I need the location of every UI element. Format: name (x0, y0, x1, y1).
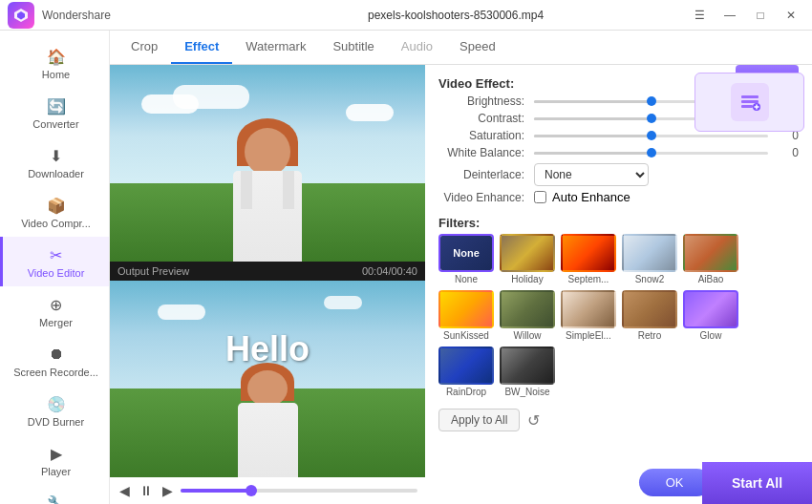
sidebar-item-player[interactable]: ▶ Player (0, 435, 109, 485)
sidebar-item-home[interactable]: 🏠 Home (0, 38, 109, 88)
video-top (110, 65, 425, 262)
saturation-slider[interactable] (534, 135, 768, 137)
filter-sunkissed[interactable]: SunKissed (438, 290, 494, 341)
filter-none-thumb: None (438, 234, 494, 272)
filter-september-label: Septem... (568, 274, 609, 284)
recorder-icon: ⏺ (46, 344, 67, 365)
video-divider: Output Preview 00:04/00:40 (110, 262, 425, 281)
filter-raindrop-thumb (438, 346, 494, 385)
filter-retro[interactable]: Retro (622, 290, 677, 341)
window-controls: ☰ — □ ✕ (686, 6, 804, 25)
sidebar-item-label: Merger (39, 317, 73, 328)
sidebar-item-label: DVD Burner (28, 416, 84, 428)
video-top-frame (110, 65, 425, 262)
white-balance-slider[interactable] (534, 152, 768, 155)
sidebar: 🏠 Home 🔄 Converter ⬇ Downloader 📦 Video … (0, 31, 110, 504)
filters-section: Filters: None None Holiday (438, 216, 799, 397)
maximize-btn[interactable]: □ (747, 6, 774, 25)
apply-all-button[interactable]: Apply to All (438, 409, 520, 431)
filter-snow2-label: Snow2 (635, 274, 665, 284)
sidebar-item-downloader[interactable]: ⬇ Downloader (0, 137, 109, 187)
tab-crop[interactable]: Crop (118, 31, 171, 64)
white-balance-value: 0 (776, 146, 799, 159)
play-pause-btn[interactable]: ⏸ (138, 481, 155, 500)
filter-holiday-label: Holiday (511, 274, 543, 284)
tab-speed[interactable]: Speed (446, 31, 509, 64)
sidebar-item-label: Video Editor (28, 267, 85, 279)
video-panel: Output Preview 00:04/00:40 (110, 65, 425, 504)
sidebar-item-label: Home (42, 69, 70, 80)
auto-enhance-checkbox[interactable] (534, 191, 546, 203)
prev-btn[interactable]: ◀ (118, 481, 132, 500)
menu-btn[interactable]: ☰ (686, 6, 713, 25)
timestamp: 00:04/00:40 (362, 265, 417, 277)
tab-watermark[interactable]: Watermark (232, 31, 319, 64)
deinterlace-row: Deinterlace: None Blend Bob Discard Line… (438, 163, 799, 186)
output-preview-label: Output Preview (118, 265, 189, 277)
filter-bw-noise-thumb (500, 346, 555, 385)
tab-effect[interactable]: Effect (171, 31, 232, 64)
close-btn[interactable]: ✕ (778, 6, 804, 25)
deinterlace-label: Deinterlace: (438, 168, 534, 181)
tab-subtitle[interactable]: Subtitle (319, 31, 387, 64)
sidebar-item-video-compressor[interactable]: 📦 Video Compr... (0, 187, 109, 237)
filter-bw-noise[interactable]: BW_Noise (500, 346, 555, 397)
progress-fill (181, 489, 251, 493)
sidebar-item-label: Player (41, 466, 71, 477)
filter-glow[interactable]: Glow (683, 290, 738, 341)
enhance-label: Video Enhance: (438, 191, 534, 204)
filter-september[interactable]: Septem... (561, 234, 616, 284)
filter-simpleel-label: SimpleEl... (566, 330, 611, 341)
app-logo (8, 2, 34, 29)
dvd-icon: 💿 (46, 393, 67, 414)
video-enhance-row: Video Enhance: Auto Enhance (438, 190, 799, 204)
filter-snow2[interactable]: Snow2 (622, 234, 677, 284)
filter-willow-label: Willow (514, 330, 542, 341)
sidebar-item-label: Converter (32, 118, 78, 130)
sidebar-item-dvd-burner[interactable]: 💿 DVD Burner (0, 386, 109, 435)
sidebar-item-video-editor[interactable]: ✂ Video Editor (0, 237, 109, 286)
progress-bar[interactable] (181, 489, 417, 493)
filter-raindrop[interactable]: RainDrop (438, 346, 494, 397)
next-btn[interactable]: ▶ (160, 481, 175, 500)
title-bar: Wondershare pexels-koolshooters-8530006.… (0, 0, 812, 31)
converter-icon: 🔄 (46, 95, 67, 116)
filter-none[interactable]: None None (438, 234, 494, 284)
tab-audio[interactable]: Audio (388, 31, 446, 64)
auto-enhance-label: Auto Enhance (552, 190, 630, 204)
sidebar-item-screen-recorder[interactable]: ⏺ Screen Recorde... (0, 336, 109, 386)
brightness-label: Brightness: (438, 94, 534, 108)
deinterlace-select[interactable]: None Blend Bob Discard Linear Mean X (534, 163, 649, 186)
app-title: Wondershare (42, 9, 360, 22)
filter-aibao-label: AiBao (698, 274, 724, 284)
video-bottom-frame: Hello (110, 281, 425, 477)
filter-retro-thumb (622, 290, 677, 328)
video-bottom: Hello (110, 281, 425, 477)
home-icon: 🏠 (46, 46, 67, 67)
filter-september-thumb (561, 234, 616, 272)
sidebar-item-toolbox[interactable]: 🔧 Toolbox (0, 485, 109, 504)
sidebar-item-merger[interactable]: ⊕ Merger (0, 286, 109, 336)
filter-willow[interactable]: Willow (500, 290, 555, 341)
minimize-btn[interactable]: — (716, 6, 743, 25)
svg-rect-4 (741, 105, 753, 108)
filter-sunkissed-thumb (438, 290, 494, 328)
filter-holiday-thumb (500, 234, 555, 272)
progress-thumb (246, 485, 257, 496)
filter-aibao[interactable]: AiBao (683, 234, 738, 284)
filter-simpleel[interactable]: SimpleEl... (561, 290, 616, 341)
refresh-filters-button[interactable]: ↺ (527, 411, 540, 430)
filter-holiday[interactable]: Holiday (500, 234, 555, 284)
hello-text: Hello (225, 329, 310, 369)
sidebar-item-label: Screen Recorde... (13, 367, 98, 378)
player-icon: ▶ (46, 443, 67, 464)
start-all-button[interactable]: Start All (702, 462, 812, 504)
filter-sunkissed-label: SunKissed (443, 330, 489, 341)
svg-rect-2 (741, 95, 759, 98)
filters-label: Filters: (438, 216, 799, 230)
downloader-icon: ⬇ (46, 145, 67, 166)
filter-retro-label: Retro (638, 330, 661, 341)
ok-button[interactable]: OK (639, 469, 711, 496)
sidebar-item-converter[interactable]: 🔄 Converter (0, 88, 109, 137)
toolbox-icon: 🔧 (46, 493, 67, 504)
